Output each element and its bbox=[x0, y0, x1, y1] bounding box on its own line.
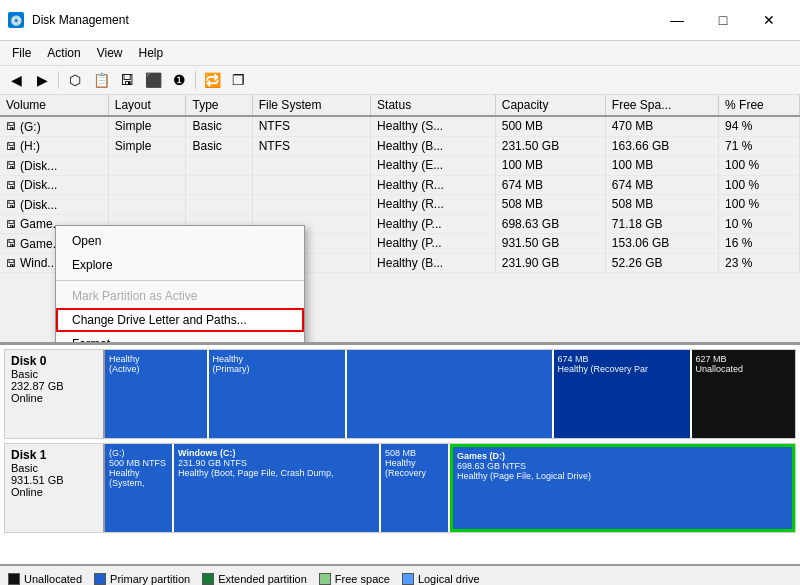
table-row[interactable]: 🖫(Disk...Healthy (E...100 MB100 MB100 % bbox=[0, 156, 800, 176]
col-header-type[interactable]: Type bbox=[186, 95, 252, 116]
legend-extended-box bbox=[202, 573, 214, 585]
disk0-part-2[interactable] bbox=[347, 350, 554, 438]
disk1-type: Basic bbox=[11, 462, 97, 474]
legend-unallocated-box bbox=[8, 573, 20, 585]
legend-freespace-box bbox=[319, 573, 331, 585]
legend-primary: Primary partition bbox=[94, 573, 190, 585]
col-header-status[interactable]: Status bbox=[371, 95, 496, 116]
col-header-volume[interactable]: Volume bbox=[0, 95, 108, 116]
disk1-part-3[interactable]: Games (D:)698.63 GB NTFSHealthy (Page Fi… bbox=[450, 444, 795, 532]
toolbar-btn-2[interactable]: 📋 bbox=[89, 69, 113, 91]
disk-panels: Disk 0 Basic 232.87 GB Online Healthy(Ac… bbox=[0, 345, 800, 564]
toolbar-separator-2 bbox=[195, 71, 196, 89]
legend-extended-label: Extended partition bbox=[218, 573, 307, 585]
col-header-free[interactable]: Free Spa... bbox=[605, 95, 718, 116]
title-bar: 💿 Disk Management — □ ✕ bbox=[0, 0, 800, 41]
legend: Unallocated Primary partition Extended p… bbox=[0, 564, 800, 585]
back-button[interactable]: ◀ bbox=[4, 69, 28, 91]
disk1-parts: (G:)500 MB NTFSHealthy (System, Windows … bbox=[105, 444, 795, 532]
table-row[interactable]: 🖫(Disk...Healthy (R...508 MB508 MB100 % bbox=[0, 195, 800, 215]
context-menu-item[interactable]: Format... bbox=[56, 332, 304, 345]
toolbar-separator-1 bbox=[58, 71, 59, 89]
menu-view[interactable]: View bbox=[89, 43, 131, 63]
disk0-part-4[interactable]: 627 MBUnallocated bbox=[692, 350, 796, 438]
context-menu-item-disabled: Mark Partition as Active bbox=[56, 284, 304, 308]
menu-help[interactable]: Help bbox=[131, 43, 172, 63]
toolbar-btn-6[interactable]: 🔁 bbox=[200, 69, 224, 91]
legend-primary-label: Primary partition bbox=[110, 573, 190, 585]
table-row[interactable]: 🖫(H:)SimpleBasicNTFSHealthy (B...231.50 … bbox=[0, 136, 800, 156]
app-icon: 💿 bbox=[8, 12, 24, 28]
disk1-name: Disk 1 bbox=[11, 448, 97, 462]
disk0-part-1[interactable]: Healthy(Primary) bbox=[209, 350, 347, 438]
legend-freespace: Free space bbox=[319, 573, 390, 585]
toolbar-btn-3[interactable]: 🖫 bbox=[115, 69, 139, 91]
disk1-part-0[interactable]: (G:)500 MB NTFSHealthy (System, bbox=[105, 444, 174, 532]
context-menu-separator bbox=[56, 280, 304, 281]
legend-freespace-label: Free space bbox=[335, 573, 390, 585]
disk1-part-2[interactable]: 508 MBHealthy (Recovery bbox=[381, 444, 450, 532]
disk1-status: Online bbox=[11, 486, 97, 498]
disk0-panel: Disk 0 Basic 232.87 GB Online Healthy(Ac… bbox=[4, 349, 796, 439]
disk0-part-0[interactable]: Healthy(Active) bbox=[105, 350, 209, 438]
disk0-size: 232.87 GB bbox=[11, 380, 97, 392]
main-content: Volume Layout Type File System Status Ca… bbox=[0, 95, 800, 585]
legend-logical-label: Logical drive bbox=[418, 573, 480, 585]
menu-file[interactable]: File bbox=[4, 43, 39, 63]
legend-unallocated: Unallocated bbox=[8, 573, 82, 585]
context-menu-item[interactable]: Explore bbox=[56, 253, 304, 277]
minimize-button[interactable]: — bbox=[654, 6, 700, 34]
menu-action[interactable]: Action bbox=[39, 43, 88, 63]
col-header-capacity[interactable]: Capacity bbox=[495, 95, 605, 116]
toolbar: ◀ ▶ ⬡ 📋 🖫 ⬛ ❶ 🔁 ❐ bbox=[0, 66, 800, 95]
legend-logical-box bbox=[402, 573, 414, 585]
legend-primary-box bbox=[94, 573, 106, 585]
disk1-panel: Disk 1 Basic 931.51 GB Online (G:)500 MB… bbox=[4, 443, 796, 533]
context-menu: OpenExploreMark Partition as ActiveChang… bbox=[55, 225, 305, 345]
disk0-parts: Healthy(Active) Healthy(Primary) 674 MBH… bbox=[105, 350, 795, 438]
legend-extended: Extended partition bbox=[202, 573, 307, 585]
disk0-name: Disk 0 bbox=[11, 354, 97, 368]
disk0-status: Online bbox=[11, 392, 97, 404]
legend-logical: Logical drive bbox=[402, 573, 480, 585]
menu-bar: File Action View Help bbox=[0, 41, 800, 66]
disk1-part-1[interactable]: Windows (C:)231.90 GB NTFSHealthy (Boot,… bbox=[174, 444, 381, 532]
col-header-pct[interactable]: % Free bbox=[719, 95, 800, 116]
table-row[interactable]: 🖫(Disk...Healthy (R...674 MB674 MB100 % bbox=[0, 175, 800, 195]
col-header-fs[interactable]: File System bbox=[252, 95, 370, 116]
context-menu-item[interactable]: Open bbox=[56, 229, 304, 253]
toolbar-btn-4[interactable]: ⬛ bbox=[141, 69, 165, 91]
forward-button[interactable]: ▶ bbox=[30, 69, 54, 91]
volume-table-container: Volume Layout Type File System Status Ca… bbox=[0, 95, 800, 345]
toolbar-btn-7[interactable]: ❐ bbox=[226, 69, 250, 91]
disk0-part-3[interactable]: 674 MBHealthy (Recovery Par bbox=[554, 350, 692, 438]
toolbar-btn-5[interactable]: ❶ bbox=[167, 69, 191, 91]
disk1-size: 931.51 GB bbox=[11, 474, 97, 486]
context-menu-change-drive[interactable]: Change Drive Letter and Paths... bbox=[56, 308, 304, 332]
col-header-layout[interactable]: Layout bbox=[108, 95, 186, 116]
maximize-button[interactable]: □ bbox=[700, 6, 746, 34]
window-controls: — □ ✕ bbox=[654, 6, 792, 34]
window-title: Disk Management bbox=[32, 13, 129, 27]
disk0-label: Disk 0 Basic 232.87 GB Online bbox=[5, 350, 105, 438]
disk0-type: Basic bbox=[11, 368, 97, 380]
table-row[interactable]: 🖫(G:)SimpleBasicNTFSHealthy (S...500 MB4… bbox=[0, 116, 800, 136]
toolbar-btn-1[interactable]: ⬡ bbox=[63, 69, 87, 91]
close-button[interactable]: ✕ bbox=[746, 6, 792, 34]
disk1-label: Disk 1 Basic 931.51 GB Online bbox=[5, 444, 105, 532]
legend-unallocated-label: Unallocated bbox=[24, 573, 82, 585]
